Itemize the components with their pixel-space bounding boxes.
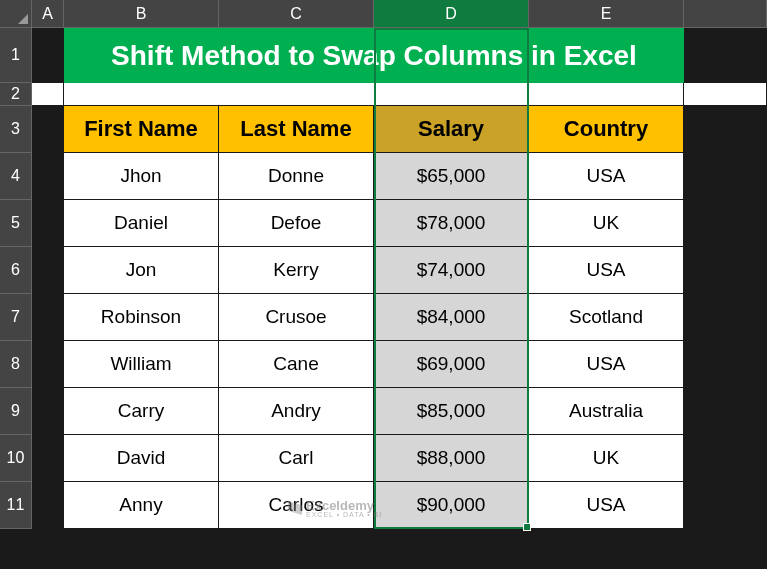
cell-e4[interactable]: USA bbox=[529, 153, 684, 200]
cell-a6[interactable] bbox=[32, 247, 64, 294]
cell-a9[interactable] bbox=[32, 388, 64, 435]
cell-e6[interactable]: USA bbox=[529, 247, 684, 294]
row-header-9[interactable]: 9 bbox=[0, 388, 32, 435]
header-first-name[interactable]: First Name bbox=[64, 106, 219, 153]
cell-a11[interactable] bbox=[32, 482, 64, 529]
row-2: 2 bbox=[0, 83, 767, 106]
cell-d6[interactable]: $74,000 bbox=[374, 247, 529, 294]
row-6: 6 Jon Kerry $74,000 USA bbox=[0, 247, 767, 294]
cell-b9[interactable]: Carry bbox=[64, 388, 219, 435]
cell-b4[interactable]: Jhon bbox=[64, 153, 219, 200]
header-last-name[interactable]: Last Name bbox=[219, 106, 374, 153]
cell-b5[interactable]: Daniel bbox=[64, 200, 219, 247]
row-header-1[interactable]: 1 bbox=[0, 28, 32, 83]
cell-a7[interactable] bbox=[32, 294, 64, 341]
cell-f9[interactable] bbox=[684, 388, 767, 435]
row-10: 10 David Carl $88,000 UK bbox=[0, 435, 767, 482]
cell-c11[interactable]: Carlos bbox=[219, 482, 374, 529]
cell-e10[interactable]: UK bbox=[529, 435, 684, 482]
cell-a10[interactable] bbox=[32, 435, 64, 482]
cell-f5[interactable] bbox=[684, 200, 767, 247]
col-header-b[interactable]: B bbox=[64, 0, 219, 28]
cell-c7[interactable]: Crusoe bbox=[219, 294, 374, 341]
cell-b8[interactable]: William bbox=[64, 341, 219, 388]
cell-f7[interactable] bbox=[684, 294, 767, 341]
col-header-e[interactable]: E bbox=[529, 0, 684, 28]
row-5: 5 Daniel Defoe $78,000 UK bbox=[0, 200, 767, 247]
row-header-5[interactable]: 5 bbox=[0, 200, 32, 247]
cell-c2[interactable] bbox=[219, 83, 374, 106]
row-header-3[interactable]: 3 bbox=[0, 106, 32, 153]
cell-a1[interactable] bbox=[32, 28, 64, 83]
cell-f2[interactable] bbox=[684, 83, 767, 106]
cell-d7[interactable]: $84,000 bbox=[374, 294, 529, 341]
cell-b2[interactable] bbox=[64, 83, 219, 106]
col-header-c[interactable]: C bbox=[219, 0, 374, 28]
row-header-4[interactable]: 4 bbox=[0, 153, 32, 200]
cell-f3[interactable] bbox=[684, 106, 767, 153]
row-11: 11 Anny Carlos $90,000 USA bbox=[0, 482, 767, 529]
cell-f4[interactable] bbox=[684, 153, 767, 200]
row-3: 3 First Name Last Name Salary Country bbox=[0, 106, 767, 153]
cell-f8[interactable] bbox=[684, 341, 767, 388]
col-header-extra[interactable] bbox=[684, 0, 767, 28]
cell-f11[interactable] bbox=[684, 482, 767, 529]
title-cell[interactable]: Shift Method to Swap Columns in Excel bbox=[64, 28, 684, 83]
cell-d4[interactable]: $65,000 bbox=[374, 153, 529, 200]
cell-b11[interactable]: Anny bbox=[64, 482, 219, 529]
row-7: 7 Robinson Crusoe $84,000 Scotland bbox=[0, 294, 767, 341]
cell-a8[interactable] bbox=[32, 341, 64, 388]
cell-e7[interactable]: Scotland bbox=[529, 294, 684, 341]
cell-d2[interactable] bbox=[374, 83, 529, 106]
row-1: 1 Shift Method to Swap Columns in Excel bbox=[0, 28, 767, 83]
row-header-10[interactable]: 10 bbox=[0, 435, 32, 482]
cell-a4[interactable] bbox=[32, 153, 64, 200]
cell-c9[interactable]: Andry bbox=[219, 388, 374, 435]
cell-f1[interactable] bbox=[684, 28, 767, 83]
column-header-row: A B C D E bbox=[0, 0, 767, 28]
cell-e11[interactable]: USA bbox=[529, 482, 684, 529]
cell-b6[interactable]: Jon bbox=[64, 247, 219, 294]
cell-b10[interactable]: David bbox=[64, 435, 219, 482]
cell-a3[interactable] bbox=[32, 106, 64, 153]
cell-d9[interactable]: $85,000 bbox=[374, 388, 529, 435]
cell-f6[interactable] bbox=[684, 247, 767, 294]
col-header-a[interactable]: A bbox=[32, 0, 64, 28]
cell-d11[interactable]: $90,000 bbox=[374, 482, 529, 529]
cell-e2[interactable] bbox=[529, 83, 684, 106]
cell-c5[interactable]: Defoe bbox=[219, 200, 374, 247]
row-header-7[interactable]: 7 bbox=[0, 294, 32, 341]
header-country[interactable]: Country bbox=[529, 106, 684, 153]
cell-e8[interactable]: USA bbox=[529, 341, 684, 388]
cell-d10[interactable]: $88,000 bbox=[374, 435, 529, 482]
cell-c10[interactable]: Carl bbox=[219, 435, 374, 482]
header-salary[interactable]: Salary bbox=[374, 106, 529, 153]
cell-e9[interactable]: Australia bbox=[529, 388, 684, 435]
cell-c8[interactable]: Cane bbox=[219, 341, 374, 388]
cell-e5[interactable]: UK bbox=[529, 200, 684, 247]
cell-c6[interactable]: Kerry bbox=[219, 247, 374, 294]
cell-a2[interactable] bbox=[32, 83, 64, 106]
row-header-6[interactable]: 6 bbox=[0, 247, 32, 294]
row-header-11[interactable]: 11 bbox=[0, 482, 32, 529]
row-9: 9 Carry Andry $85,000 Australia bbox=[0, 388, 767, 435]
select-all-corner[interactable] bbox=[0, 0, 32, 28]
cell-f10[interactable] bbox=[684, 435, 767, 482]
cell-a5[interactable] bbox=[32, 200, 64, 247]
row-4: 4 Jhon Donne $65,000 USA bbox=[0, 153, 767, 200]
row-header-2[interactable]: 2 bbox=[0, 83, 32, 106]
cell-b7[interactable]: Robinson bbox=[64, 294, 219, 341]
row-8: 8 William Cane $69,000 USA bbox=[0, 341, 767, 388]
cell-d5[interactable]: $78,000 bbox=[374, 200, 529, 247]
cell-c4[interactable]: Donne bbox=[219, 153, 374, 200]
row-header-8[interactable]: 8 bbox=[0, 341, 32, 388]
col-header-d[interactable]: D bbox=[374, 0, 529, 28]
cell-d8[interactable]: $69,000 bbox=[374, 341, 529, 388]
